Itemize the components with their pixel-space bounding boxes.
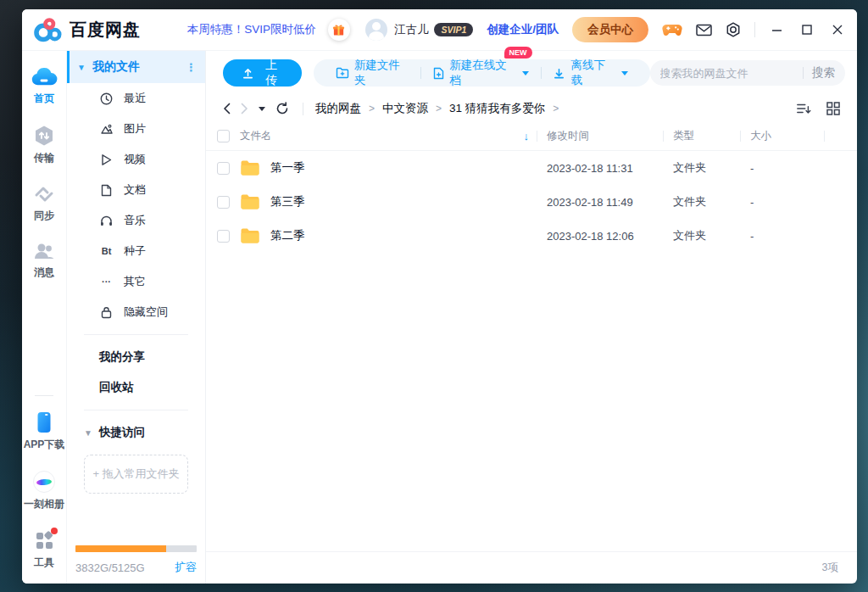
messages-icon bbox=[33, 242, 55, 261]
expand-storage-link[interactable]: 扩容 bbox=[175, 560, 197, 575]
file-table-header: 文件名 ↓ 修改时间 类型 大小 bbox=[206, 122, 857, 151]
rail-item-messages[interactable]: 消息 bbox=[33, 242, 55, 280]
row-checkbox[interactable] bbox=[217, 162, 230, 175]
chevron-down-icon[interactable]: ▼ bbox=[77, 63, 86, 72]
file-row[interactable]: 第三季 2023-02-18 11:49 文件夹 - bbox=[206, 185, 857, 219]
forward-icon[interactable] bbox=[241, 103, 248, 114]
promo-link[interactable]: 本周特惠！SVIP限时低价 bbox=[187, 22, 316, 37]
sidebar-item-documents[interactable]: 文档 bbox=[67, 175, 205, 205]
sort-descending-icon[interactable]: ↓ bbox=[524, 130, 530, 142]
sidebar-divider bbox=[84, 334, 188, 335]
column-header-spacer bbox=[824, 122, 857, 150]
gift-icon[interactable] bbox=[328, 19, 350, 41]
column-header-modified[interactable]: 修改时间 bbox=[537, 122, 663, 150]
sidebar-item-my-shares[interactable]: 我的分享 bbox=[67, 342, 205, 372]
tools-notification-dot bbox=[51, 528, 58, 534]
mail-icon[interactable] bbox=[696, 24, 712, 36]
toolbar-separator bbox=[420, 67, 421, 79]
drop-folder-zone[interactable]: + 拖入常用文件夹 bbox=[84, 455, 188, 494]
history-caret-icon[interactable] bbox=[259, 107, 265, 111]
file-modified: 2023-02-18 12:06 bbox=[537, 230, 663, 243]
settings-gear-icon[interactable] bbox=[726, 22, 741, 38]
toolbar-group: 新建文件夹 NEW 新建在线文档 bbox=[314, 59, 650, 87]
lock-icon bbox=[99, 306, 114, 319]
breadcrumb-item-1[interactable]: 中文资源 bbox=[382, 101, 428, 116]
videos-label: 视频 bbox=[124, 152, 146, 167]
headphones-icon bbox=[99, 215, 114, 226]
row-checkbox[interactable] bbox=[217, 230, 230, 243]
folder-icon bbox=[240, 227, 260, 244]
search-box: 搜索 bbox=[650, 60, 846, 86]
rail-item-sync[interactable]: 同步 bbox=[33, 184, 55, 223]
column-header-name[interactable]: 文件名 ↓ bbox=[206, 122, 537, 150]
file-row[interactable]: 第二季 2023-02-18 12:06 文件夹 - bbox=[206, 219, 857, 253]
document-icon bbox=[99, 184, 114, 197]
file-row[interactable]: 第一季 2023-02-18 11:31 文件夹 - bbox=[206, 151, 857, 185]
upload-button[interactable]: 上传 bbox=[223, 59, 302, 87]
rail-item-transfer[interactable]: 传输 bbox=[33, 125, 55, 165]
breadcrumb-separator: > bbox=[553, 103, 559, 114]
others-label: 其它 bbox=[124, 274, 146, 289]
sidebar-item-videos[interactable]: 视频 bbox=[67, 144, 205, 175]
search-input[interactable] bbox=[660, 67, 798, 80]
sort-icon[interactable] bbox=[796, 102, 811, 115]
sidebar-item-others[interactable]: ··· 其它 bbox=[67, 266, 205, 297]
refresh-icon[interactable] bbox=[275, 102, 289, 115]
rail-item-tools[interactable]: 工具 bbox=[34, 530, 55, 570]
clock-icon bbox=[99, 92, 114, 105]
column-header-size[interactable]: 大小 bbox=[740, 122, 824, 150]
back-icon[interactable] bbox=[223, 103, 231, 114]
close-button[interactable] bbox=[828, 20, 847, 39]
breadcrumb-item-root[interactable]: 我的网盘 bbox=[315, 101, 361, 116]
more-options-icon[interactable]: ⋮ bbox=[186, 61, 197, 74]
sidebar-item-recycle-bin[interactable]: 回收站 bbox=[67, 372, 205, 403]
file-name[interactable]: 第一季 bbox=[270, 160, 305, 176]
video-play-icon bbox=[99, 154, 114, 166]
create-team-link[interactable]: 创建企业/团队 bbox=[487, 22, 559, 37]
sidebar-item-hidden-space[interactable]: 隐藏空间 bbox=[67, 297, 205, 327]
view-controls bbox=[796, 102, 840, 115]
maximize-button[interactable] bbox=[798, 20, 816, 39]
sidebar-item-torrents[interactable]: Bt 种子 bbox=[67, 236, 205, 266]
sidebar-divider-2 bbox=[84, 410, 188, 410]
new-doc-label: 新建在线文档 bbox=[449, 58, 515, 88]
rail-item-home[interactable]: 首页 bbox=[31, 66, 58, 106]
images-label: 图片 bbox=[124, 121, 146, 137]
grid-view-icon[interactable] bbox=[826, 102, 840, 115]
new-online-doc-button[interactable]: NEW 新建在线文档 bbox=[425, 58, 537, 88]
sidebar-item-quick-access[interactable]: ▼ 快捷访问 bbox=[67, 417, 205, 448]
breadcrumb-item-current[interactable]: 31 猜猜我有多爱你 bbox=[449, 101, 545, 116]
sidebar-item-images[interactable]: 图片 bbox=[67, 114, 205, 144]
new-folder-icon bbox=[336, 67, 349, 79]
toolbar-separator bbox=[541, 67, 542, 79]
offline-download-button[interactable]: 离线下载 bbox=[544, 58, 636, 88]
bt-icon: Bt bbox=[99, 246, 114, 256]
row-checkbox[interactable] bbox=[217, 196, 230, 209]
new-folder-button[interactable]: 新建文件夹 bbox=[327, 58, 418, 88]
column-header-type[interactable]: 类型 bbox=[663, 122, 740, 150]
select-all-checkbox[interactable] bbox=[217, 130, 230, 142]
game-icon[interactable] bbox=[662, 23, 682, 37]
username[interactable]: 江古儿 bbox=[394, 22, 429, 37]
file-name[interactable]: 第二季 bbox=[270, 228, 305, 243]
member-center-button[interactable]: 会员中心 bbox=[572, 17, 648, 42]
cloud-home-icon bbox=[31, 66, 58, 87]
file-name[interactable]: 第三季 bbox=[270, 194, 305, 209]
sidebar-item-music[interactable]: 音乐 bbox=[67, 205, 205, 236]
sidebar-item-recent[interactable]: 最近 bbox=[67, 83, 205, 114]
rail-label-app-download: APP下载 bbox=[24, 438, 65, 452]
rail-label-tools: 工具 bbox=[34, 556, 54, 570]
image-icon bbox=[99, 123, 114, 135]
size-column-label: 大小 bbox=[750, 129, 771, 143]
my-files-label: 我的文件 bbox=[92, 59, 186, 75]
rail-item-app-download[interactable]: APP下载 bbox=[24, 411, 65, 452]
chevron-down-icon[interactable]: ▼ bbox=[84, 428, 92, 438]
sidebar-item-my-files[interactable]: ▼ 我的文件 ⋮ bbox=[67, 51, 205, 83]
file-modified: 2023-02-18 11:31 bbox=[537, 162, 663, 175]
user-avatar[interactable] bbox=[365, 19, 387, 41]
search-button[interactable]: 搜索 bbox=[812, 65, 835, 81]
rail-label-home: 首页 bbox=[34, 92, 54, 106]
transfer-icon bbox=[33, 125, 55, 147]
minimize-button[interactable] bbox=[767, 20, 786, 39]
rail-item-photo-album[interactable]: 一刻相册 bbox=[24, 471, 64, 511]
